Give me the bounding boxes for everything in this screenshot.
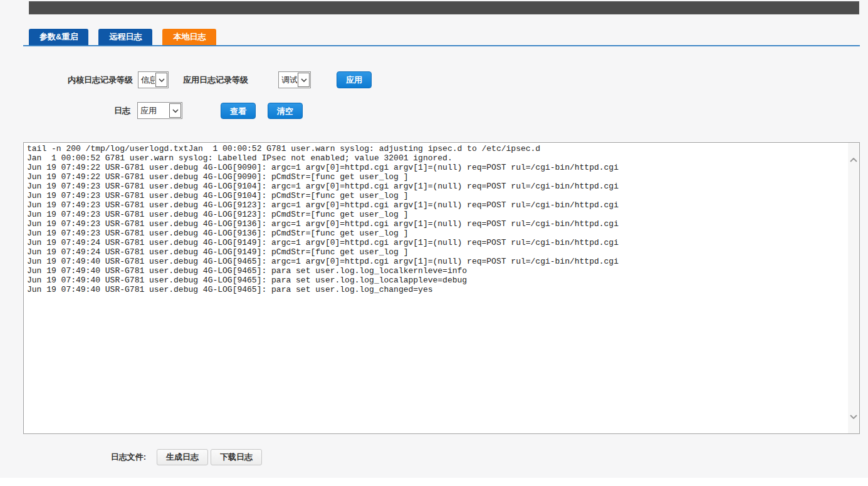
- chevron-down-icon[interactable]: [169, 103, 181, 118]
- kernel-log-level-label: 内核日志记录等级: [23, 71, 133, 88]
- tab-local-log[interactable]: 本地日志: [162, 29, 216, 45]
- app-log-level-select[interactable]: 调试: [278, 71, 311, 88]
- tab-params-restart[interactable]: 参数&重启: [29, 29, 88, 45]
- chevron-down-icon[interactable]: [298, 73, 310, 87]
- top-header-bar: [29, 1, 859, 14]
- log-file-label: 日志文件:: [23, 449, 146, 465]
- tab-bar: 参数&重启 远程日志 本地日志: [29, 29, 226, 45]
- generate-log-button[interactable]: 生成日志: [157, 449, 208, 465]
- log-source-select[interactable]: 应用: [137, 102, 182, 119]
- log-scrollbar[interactable]: [848, 143, 859, 433]
- kernel-log-level-value: 信息: [139, 72, 155, 88]
- log-output-textarea[interactable]: tail -n 200 /tmp/log/userlogd.txtJan 1 0…: [23, 142, 860, 434]
- log-source-value: 应用: [138, 103, 169, 118]
- bottom-strip: [0, 478, 868, 486]
- local-log-page: 参数&重启 远程日志 本地日志 内核日志记录等级 信息 应用日志记录等级 调试 …: [0, 0, 868, 486]
- log-select-label: 日志: [23, 102, 130, 119]
- scroll-down-icon[interactable]: [849, 413, 858, 420]
- clear-button[interactable]: 清空: [268, 103, 303, 119]
- tab-remote-log[interactable]: 远程日志: [98, 29, 152, 45]
- log-text: tail -n 200 /tmp/log/userlogd.txtJan 1 0…: [27, 144, 845, 432]
- download-log-button[interactable]: 下载日志: [211, 449, 262, 465]
- scroll-up-icon[interactable]: [849, 157, 858, 163]
- view-button[interactable]: 查看: [221, 103, 256, 119]
- app-log-level-value: 调试: [279, 72, 297, 88]
- chevron-down-icon[interactable]: [155, 73, 167, 87]
- app-log-level-label: 应用日志记录等级: [183, 71, 248, 88]
- kernel-log-level-select[interactable]: 信息: [138, 71, 169, 88]
- tab-underline: [23, 45, 860, 46]
- apply-button[interactable]: 应用: [337, 71, 372, 88]
